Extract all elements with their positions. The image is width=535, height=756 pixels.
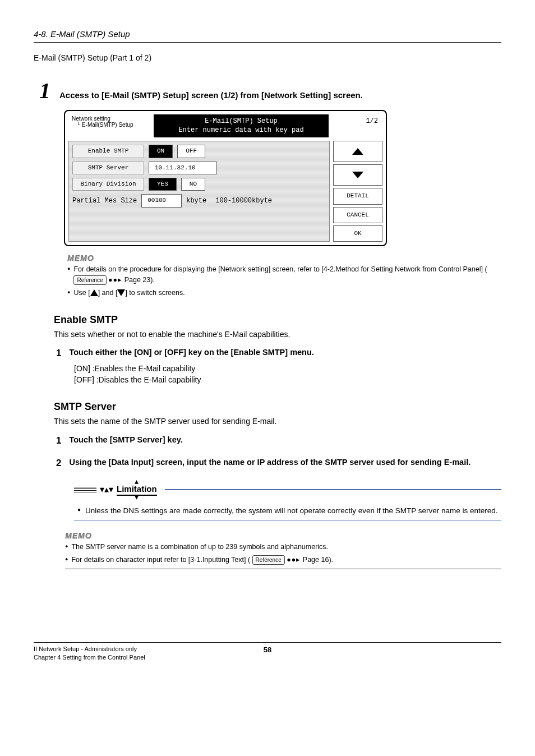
smtp-server-label-button[interactable]: SMTP Server [72,162,144,174]
partial-mes-size-row: Partial Mes Size 00100 kbyte 100-10000kb… [72,194,326,207]
binary-division-label: Binary Division [72,178,144,191]
enable-smtp-desc: This sets whether or not to enable the m… [54,329,501,340]
footer-left-line1: II Network Setup - Administrators only [34,645,145,653]
control-panel-mock: Network setting └ E-Mail(SMTP) Setup E-M… [64,110,501,247]
enable-smtp-on-button[interactable]: ON [149,145,173,158]
panel-title-line2: Enter numeric data with key pad [157,126,325,135]
limitation-bottom-rule [74,520,501,520]
panel-title: E-Mail(SMTP) Setup Enter numeric data wi… [154,114,329,138]
up-arrow-icon [90,289,98,296]
step-number: 2 [56,457,61,470]
smtp-server-value[interactable]: 10.11.32.10 [149,162,217,174]
memo-list-1: ● For details on the procedure for displ… [67,264,501,298]
limitation-text: Unless the DNS settings are made correct… [85,505,498,517]
enable-smtp-step-1: 1 Touch either the [ON] or [OFF] key on … [56,347,501,360]
enable-smtp-row: Enable SMTP ON OFF [72,145,326,158]
limitation-lines-icon [74,487,96,492]
page-footer: II Network Setup - Administrators only C… [34,642,501,662]
page-up-button[interactable] [333,141,382,162]
bullet-icon: ● [65,542,68,551]
smtp-server-step-2: 2 Using the [Data Input] screen, input t… [56,457,501,470]
reference-dots-icon: ●●▸ [287,555,301,565]
footer-left-line2: Chapter 4 Setting from the Control Panel [34,653,145,662]
step-text: Touch the [SMTP Server] key. [69,434,182,448]
memo-bullet-2: Use [] and [] to switch screens. [73,288,185,298]
footer-left: II Network Setup - Administrators only C… [34,645,145,662]
down-arrow-icon [117,289,125,296]
part-label: E-Mail (SMTP) Setup (Part 1 of 2) [34,53,501,64]
step-number: 1 [56,434,61,448]
bullet-icon: ● [77,505,81,517]
smtp-server-desc: This sets the name of the SMTP server us… [54,416,501,427]
partial-mes-size-unit: kbyte [186,196,206,206]
reference-dots-icon: ●●▸ [108,275,122,285]
breadcrumb-line1: Network setting [72,116,150,122]
memo-block-2: MEMO ● The SMTP server name is a combina… [65,531,501,565]
page-number: 58 [264,645,271,655]
step-number: 1 [56,347,61,360]
cancel-button[interactable]: CANCEL [333,207,382,223]
partial-mes-size-label: Partial Mes Size [72,196,137,206]
limitation-star-icon: ▾▴▾ [100,487,113,492]
panel-title-line1: E-Mail(SMTP) Setup [157,117,325,126]
step-text: Using the [Data Input] screen, input the… [69,457,471,470]
bullet-icon: ● [65,555,68,564]
bullet-icon: ● [67,288,70,297]
panel-breadcrumb: Network setting └ E-Mail(SMTP) Setup [68,114,154,138]
reference-badge: Reference [252,555,285,565]
main-step-1: 1 Access to [E-Mail (SMTP) Setup] screen… [39,80,501,102]
memo2-bullet-2: For details on character input refer to … [71,555,333,565]
smtp-server-row: SMTP Server 10.11.32.10 [72,162,326,174]
breadcrumb-line2: └ E-Mail(SMTP) Setup [72,122,150,128]
memo-label: MEMO [65,531,501,542]
memo2-bullet-1: The SMTP server name is a combination of… [71,542,328,552]
panel-page-indicator: 1/2 [329,114,382,138]
smtp-server-heading: SMTP Server [54,400,501,414]
step-text: Touch either the [ON] or [OFF] key on th… [69,347,313,360]
limitation-block: ▾▴▾ ▴ Limitation ▾ ● Unless the DNS sett… [74,480,501,521]
binary-division-row: Binary Division YES NO [72,178,326,191]
enable-smtp-label: Enable SMTP [72,145,144,158]
ok-button[interactable]: OK [333,225,382,242]
memo-label: MEMO [67,253,501,264]
reference-badge: Reference [73,275,106,285]
enable-smtp-heading: Enable SMTP [54,313,501,327]
partial-mes-size-range: 100-10000kbyte [215,196,272,206]
step-text: Access to [E-Mail (SMTP) Setup] screen (… [59,89,363,101]
limitation-rule [165,489,501,490]
option-on: [ON] :Enables the E-Mail capability [74,363,501,375]
section-header: 4-8. E-Mail (SMTP) Setup [34,28,501,43]
binary-division-yes-button[interactable]: YES [149,178,177,191]
memo-underline [65,569,501,569]
option-off: [OFF] :Disables the E-Mail capability [74,375,501,386]
page-down-button[interactable] [333,164,382,186]
partial-mes-size-value[interactable]: 00100 [141,194,182,207]
memo-bullet-1: For details on the procedure for display… [73,264,501,285]
detail-button[interactable]: DETAIL [333,188,382,204]
step-number: 1 [39,80,50,102]
bullet-icon: ● [67,264,70,273]
binary-division-no-button[interactable]: NO [181,178,205,191]
smtp-server-step-1: 1 Touch the [SMTP Server] key. [56,434,501,448]
enable-smtp-off-button[interactable]: OFF [177,145,205,158]
